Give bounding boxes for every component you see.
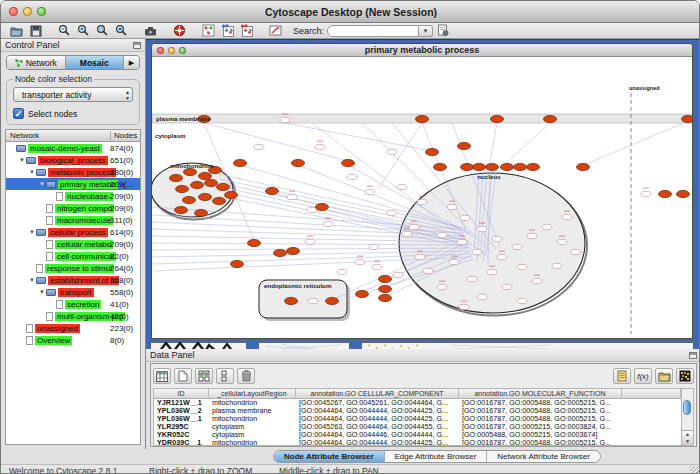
tree-row-nodes-count: 209(0) xyxy=(110,240,133,249)
snapshot-camera-icon[interactable] xyxy=(143,24,158,38)
help-wheel-icon[interactable] xyxy=(172,24,187,38)
table-cell: YDR039C__1 xyxy=(154,439,209,446)
tree-expander-icon[interactable]: ▼ xyxy=(28,229,36,235)
tree-row[interactable]: multi-organism pro42(0) xyxy=(6,310,140,322)
zoom-hint: Right-click + drag to ZOOM xyxy=(149,466,252,474)
tree-expander-icon[interactable]: ▼ xyxy=(28,277,36,283)
table-cell: YKR052C xyxy=(154,431,209,439)
float-panel-icon[interactable] xyxy=(133,42,141,49)
table-row[interactable]: YKR052Ccytoplasm[GO:0044464, GO:0044446,… xyxy=(154,431,681,439)
select-attributes-icon[interactable] xyxy=(195,368,213,384)
cytoscape-window: Cytoscape Desktop (New Session) Search: … xyxy=(0,0,700,474)
tree-expander-icon[interactable]: ▼ xyxy=(38,181,46,187)
notes-icon[interactable] xyxy=(613,368,631,384)
group-legend: Node color selection xyxy=(13,74,94,84)
open-file-icon[interactable] xyxy=(9,24,24,38)
table-cell: mitochondrion xyxy=(209,415,296,423)
region-label-mitochondrion: mitochondrion xyxy=(170,162,214,169)
tree-row[interactable]: ▼cellular process614(0) xyxy=(6,226,140,238)
annotation-network-icon[interactable] xyxy=(201,24,216,38)
network-canvas[interactable]: plasma membranecytoplasmmitochondrionnuc… xyxy=(152,57,693,338)
layout-red-icon[interactable] xyxy=(239,24,254,38)
column-header[interactable]: ID xyxy=(154,389,209,398)
table-row[interactable]: YDR039C__1mitochondrion[GO:0044464, GO:0… xyxy=(154,439,681,446)
node-color-selection-group: Node color selection transporter activit… xyxy=(6,74,140,125)
tree-expander-icon[interactable]: ▼ xyxy=(18,157,26,163)
tree-row[interactable]: nitrogen compo209(0) xyxy=(6,202,140,214)
table-row[interactable]: YPL036W__1mitochondrion[GO:0044464, GO:0… xyxy=(154,415,681,423)
tree-row[interactable]: cell communicat22(0) xyxy=(6,250,140,262)
formula-fx-icon[interactable]: f(x) xyxy=(634,368,652,384)
scrollbar-thumb[interactable] xyxy=(683,400,691,415)
scrollbar-arrows[interactable]: ▲▼ xyxy=(682,430,693,445)
attribute-browser-tabs: Node Attribute BrowserEdge Attribute Bro… xyxy=(273,450,601,463)
tree-expander-icon[interactable]: ▼ xyxy=(28,169,36,175)
delete-attribute-trash-icon[interactable] xyxy=(237,368,255,384)
tree-row[interactable]: ▼metabolic process280(0) xyxy=(6,166,140,178)
node-color-dropdown[interactable]: transporter activity ▲▼ xyxy=(13,87,133,102)
table-cell: [GO:0045263, GO:0044464, GO:0044455, G..… xyxy=(296,423,459,431)
layout-blue-icon[interactable] xyxy=(220,24,235,38)
tree-row[interactable]: secretion41(0) xyxy=(6,298,140,310)
tree-row[interactable]: ▼primary metabo209(... xyxy=(6,178,140,190)
tree-row-nodes-count: 41(0) xyxy=(110,300,129,309)
tree-row[interactable]: ▼establishment of lo558(0) xyxy=(6,274,140,286)
file-icon xyxy=(46,204,53,213)
new-attribute-icon[interactable] xyxy=(174,368,192,384)
pan-hint: Middle-click + drag to PAN xyxy=(279,466,379,474)
tab-node-attribute-browser[interactable]: Node Attribute Browser xyxy=(274,451,385,462)
tree-row-nodes-count: 874(0) xyxy=(110,144,133,153)
column-header[interactable]: annotation.GO CELLULAR_COMPONENT xyxy=(296,389,459,398)
welcome-status: Welcome to Cytoscape 2.8.1 xyxy=(9,466,118,474)
control-panel-header: Control Panel xyxy=(1,39,145,52)
annotation-box-icon[interactable] xyxy=(268,24,283,38)
search-input[interactable] xyxy=(327,25,419,37)
tree-row[interactable]: response to stimul264(0) xyxy=(6,262,140,274)
resize-grip-icon[interactable] xyxy=(690,466,700,474)
zoom-fit-icon[interactable] xyxy=(114,24,129,38)
tree-row[interactable]: ▼biological_process651(0) xyxy=(6,154,140,166)
column-header[interactable]: _cellularLayoutRegion xyxy=(209,389,296,398)
tab-mosaic[interactable]: Mosaic xyxy=(66,56,125,69)
search-options-icon[interactable] xyxy=(435,24,450,38)
network-graph: plasma membranecytoplasmmitochondrionnuc… xyxy=(152,57,693,338)
network-tree: Network Nodes mosaic-demo-yeast874(0)▼bi… xyxy=(5,129,141,445)
select-nodes-row: ✓ Select nodes xyxy=(13,108,133,119)
tree-row-nodes-count: 651(0) xyxy=(110,156,133,165)
zoom-selected-icon[interactable] xyxy=(95,24,110,38)
tree-row[interactable]: macromolecule311(0) xyxy=(6,214,140,226)
save-icon[interactable] xyxy=(28,24,43,38)
float-panel-icon[interactable] xyxy=(689,352,697,359)
attribute-table-icon[interactable] xyxy=(153,368,171,384)
table-row[interactable]: YJR121W__1mitochondrion[GO:0045267, GO:0… xyxy=(154,399,681,407)
unselect-attributes-icon[interactable] xyxy=(216,368,234,384)
tree-row[interactable]: ▼transport558(0) xyxy=(6,286,140,298)
tab-network-attribute-browser[interactable]: Network Attribute Browser xyxy=(487,451,599,462)
table-scrollbar[interactable]: ▲▼ xyxy=(682,388,694,446)
tree-expander-icon[interactable]: ▼ xyxy=(38,289,46,295)
import-folder-icon[interactable] xyxy=(655,368,673,384)
tab-overflow-arrow[interactable]: ▶ xyxy=(124,56,139,69)
tab-edge-attribute-browser[interactable]: Edge Attribute Browser xyxy=(385,451,488,462)
matrix-view-icon[interactable] xyxy=(676,368,694,384)
tree-row[interactable]: Overview8(0) xyxy=(6,334,140,346)
tree-row[interactable]: nucleobase-209(0) xyxy=(6,190,140,202)
attribute-table: ID_cellularLayoutRegionannotation.GO CEL… xyxy=(153,388,694,446)
tree-row-nodes-count: 209(0) xyxy=(110,204,133,213)
region-label-plasma-membrane: plasma membrane xyxy=(156,115,211,122)
search-dropdown-button[interactable]: ▾ xyxy=(419,25,433,37)
zoom-in-icon[interactable] xyxy=(76,24,91,38)
tree-row-label: transport xyxy=(58,288,94,297)
zoom-out-icon[interactable] xyxy=(57,24,72,38)
tree-row-label: macromolecule xyxy=(55,216,113,225)
table-cell: YPL036W__1 xyxy=(154,415,209,423)
select-nodes-checkbox[interactable]: ✓ xyxy=(13,108,24,119)
table-row[interactable]: YLR295Ccytoplasm[GO:0045263, GO:0044464,… xyxy=(154,423,681,431)
table-row[interactable]: YPL036W__2plasma membrane[GO:0044464, GO… xyxy=(154,407,681,415)
tree-row[interactable]: mosaic-demo-yeast874(0) xyxy=(6,142,140,154)
tab-network[interactable]: Network xyxy=(7,56,66,69)
tree-row[interactable]: cellular metabo209(0) xyxy=(6,238,140,250)
column-header[interactable]: annotation.GO MOLECULAR_FUNCTION xyxy=(459,389,622,398)
tree-row-label: cellular metabo xyxy=(55,240,113,249)
tree-row[interactable]: unassigned223(0) xyxy=(6,322,140,334)
